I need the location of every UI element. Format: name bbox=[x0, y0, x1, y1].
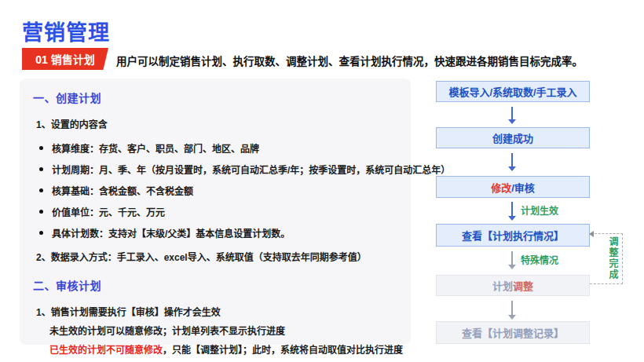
bullet-icon bbox=[39, 231, 43, 235]
flow-box3-modify: 修改 bbox=[491, 180, 511, 195]
flow-label-effective: 计划生效 bbox=[521, 203, 558, 217]
feedback-dash-bottom bbox=[590, 283, 623, 284]
feedback-dash-top bbox=[595, 233, 623, 234]
feedback-label-adjust-done: 调整完成 bbox=[606, 236, 620, 280]
bullet-icon bbox=[39, 167, 43, 171]
section-description: 用户可以制定销售计划、执行取数、调整计划、查看计划执行情况，快速跟进各期销售目标… bbox=[116, 53, 635, 68]
bullet-text: 计划周期：月、季、年（按月设置时，系统可自动汇总季/年；按季设置时，系统可自动汇… bbox=[52, 163, 450, 176]
flow-box3-audit: /审核 bbox=[511, 180, 535, 195]
flow-label-special-case: 特殊情况 bbox=[521, 253, 558, 266]
page-title: 营销管理 bbox=[22, 16, 110, 46]
flow-box-plan-adjust: 计划调整 bbox=[436, 275, 590, 296]
section2-line3: 已生效的计划不可随意修改，只能【调整计划】；此时，系统将自动取值对比执行进度 bbox=[33, 342, 398, 356]
bullet-icon bbox=[39, 146, 43, 150]
bullet-icon bbox=[39, 210, 43, 214]
list-item: 具体计划数：支持对【末级/父类】基本信息设置计划数。 bbox=[33, 226, 398, 240]
bullet-text: 核算维度：存货、客户、职员、部门、地区、品牌 bbox=[52, 141, 259, 155]
bullet-text: 具体计划数：支持对【末级/父类】基本信息设置计划数。 bbox=[52, 226, 290, 240]
flow-box-created: 创建成功 bbox=[436, 127, 590, 148]
flow-arrow-shaft bbox=[511, 301, 513, 315]
flow-box5-plan: 计划 bbox=[492, 278, 513, 293]
flow-arrow-shaft bbox=[511, 153, 513, 166]
flow-arrow-shaft bbox=[511, 107, 513, 119]
feedback-dash-right bbox=[622, 233, 623, 284]
arrow-down-icon bbox=[508, 119, 516, 124]
list-item: 核算基础：含税金额、不含税金额 bbox=[33, 184, 398, 197]
section1-item1: 1、设置的内容含 bbox=[33, 117, 398, 130]
list-item: 价值单位：元、千元、万元 bbox=[33, 205, 398, 218]
arrow-down-icon bbox=[508, 315, 516, 320]
section2-heading: 二、审核计划 bbox=[33, 277, 398, 293]
arrow-left-icon bbox=[589, 231, 594, 237]
section1-heading: 一、创建计划 bbox=[33, 90, 398, 105]
section2-line3-rest: ，只能【调整计划】；此时，系统将自动取值对比执行进度 bbox=[163, 345, 403, 356]
list-item: 计划周期：月、季、年（按月设置时，系统可自动汇总季/年；按季设置时，系统可自动汇… bbox=[33, 163, 398, 176]
section-number-badge: 01 销售计划 bbox=[22, 48, 108, 70]
section2-line2: 未生效的计划可以随意修改；计划单列表不显示执行进度 bbox=[33, 324, 398, 337]
bullet-text: 核算基础：含税金额、不含税金额 bbox=[52, 184, 193, 197]
flow-arrow-shaft bbox=[511, 251, 513, 265]
flow-box5-adjust: 调整 bbox=[513, 278, 533, 293]
section1-item2: 2、数据录入方式：手工录入、excel导入、系统取值（支持取去年同期参考值） bbox=[33, 250, 398, 263]
arrow-down-icon bbox=[508, 216, 516, 221]
bullet-icon bbox=[39, 188, 43, 192]
arrow-down-icon bbox=[508, 265, 516, 269]
list-item: 核算维度：存货、客户、职员、部门、地区、品牌 bbox=[33, 141, 398, 155]
warning-text: 已生效的计划不可随意修改 bbox=[49, 345, 163, 356]
flow-box-data-entry: 模板导入/系统取数/手工录入 bbox=[436, 81, 590, 102]
flow-arrow-shaft bbox=[511, 202, 513, 216]
flow-box-view-adjust-records: 查看【计划调整记录】 bbox=[436, 321, 590, 344]
bullet-text: 价值单位：元、千元、万元 bbox=[52, 205, 165, 218]
arrow-down-icon bbox=[508, 166, 516, 171]
section2-line1: 1、销售计划需要执行【审核】操作才会生效 bbox=[33, 305, 398, 318]
flow-box-modify-audit: 修改/审核 bbox=[436, 176, 590, 198]
content-panel: 一、创建计划 1、设置的内容含 核算维度：存货、客户、职员、部门、地区、品牌 计… bbox=[20, 79, 411, 345]
flow-box-view-execution: 查看【计划执行情况】 bbox=[436, 224, 590, 247]
